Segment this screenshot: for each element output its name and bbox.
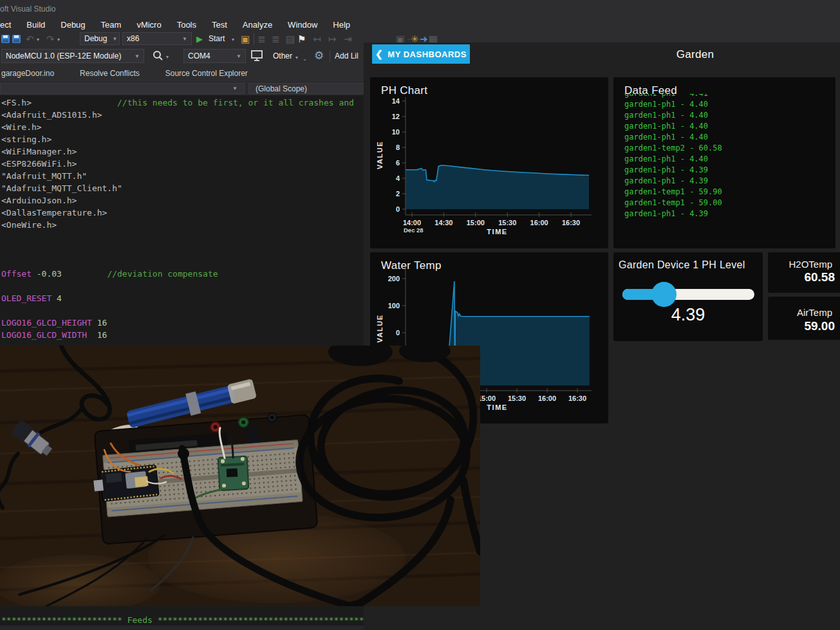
other-dropdown[interactable]: Other — [273, 51, 292, 60]
solution-config-dropdown[interactable]: Debug▼ — [80, 32, 120, 45]
gauge-label: AirTemp — [797, 307, 832, 318]
overflow-chevron-icon[interactable]: ⌄ — [303, 56, 307, 62]
nodemcu-board — [93, 465, 159, 502]
chevron-down-icon[interactable]: ▾ — [295, 55, 298, 60]
svg-text:200: 200 — [388, 275, 400, 283]
ph-slider-panel: Garden Device 1 PH Level 4.39 — [613, 252, 763, 341]
chevron-down-icon: ▼ — [232, 86, 238, 91]
svg-text:0: 0 — [396, 329, 400, 337]
svg-text:0: 0 — [396, 205, 400, 213]
attach-debugger-icon[interactable]: ▣ — [241, 33, 250, 46]
nav-forward-icon[interactable]: ↦ — [328, 33, 337, 46]
indent-increase-icon[interactable]: ≣ — [272, 33, 280, 46]
menu-item-build[interactable]: Build — [19, 20, 53, 30]
platform-dropdown[interactable]: x86▼ — [122, 32, 192, 45]
types-dropdown[interactable]: ▼ — [0, 83, 245, 94]
bookmark-icon[interactable]: ⚑ — [297, 33, 306, 46]
tab-resolve-conflicts[interactable]: Resolve Conflicts — [67, 69, 153, 78]
menu-item-help[interactable]: Help — [325, 20, 358, 30]
menu-item-analyze[interactable]: Analyze — [235, 20, 280, 30]
ph-slider-track[interactable] — [622, 289, 754, 300]
undo-dropdown-icon[interactable]: ▾ — [37, 37, 39, 42]
code-line: <Adafruit_ADS1015.h> — [1, 109, 354, 121]
menu-item-team[interactable]: Team — [93, 20, 129, 30]
code-line — [1, 255, 354, 268]
ph-chart: 0246810121414:0014:3015:0015:3016:0016:3… — [370, 77, 608, 248]
feed-row: garden1-ph1 - 4.40 — [624, 121, 830, 132]
svg-text:16:00: 16:00 — [530, 219, 548, 227]
start-debug-icon[interactable]: ▶ — [196, 33, 203, 46]
code-line — [1, 304, 354, 317]
code-line: Offset -0.03 //deviation compensate — [1, 268, 354, 280]
menu-item-tools[interactable]: Tools — [169, 20, 204, 30]
feed-row: garden1-temp1 - 59.00 — [624, 198, 830, 208]
nav-back-icon[interactable]: ↤ — [313, 33, 321, 46]
svg-text:4: 4 — [396, 174, 400, 182]
code-line: <OneWire.h> — [1, 219, 354, 231]
redo-icon[interactable]: ↷ — [46, 33, 55, 46]
document-tab-bar: garageDoor.ino Resolve Conflicts Source … — [0, 65, 261, 82]
feed-row: garden1-ph1 - 4.39 — [624, 208, 830, 219]
save-icon[interactable] — [1, 35, 10, 43]
start-button[interactable]: Start — [209, 34, 225, 43]
feed-row: garden1-ph1 - 4.40 — [624, 99, 830, 110]
svg-text:Dec 28: Dec 28 — [404, 227, 424, 234]
svg-text:16:30: 16:30 — [568, 394, 586, 402]
serial-monitor-icon[interactable] — [251, 50, 264, 62]
svg-text:16:30: 16:30 — [562, 219, 580, 227]
port-dropdown[interactable]: COM4▼ — [183, 49, 246, 63]
screen: { "colors": { "accent_cyan": "#1fa6e2", … — [0, 0, 840, 630]
menu-bar: ect Build Debug Team vMicro Tools Test A… — [0, 18, 358, 31]
menu-item-vmicro[interactable]: vMicro — [129, 20, 169, 30]
tab-garagedoor-ino[interactable]: garageDoor.ino — [0, 69, 67, 78]
code-line: LOGO16_GLCD_HEIGHT 16 — [1, 317, 354, 329]
chevron-left-icon: ❮ — [375, 49, 383, 59]
code-line: <DallasTemperature.h> — [1, 207, 354, 219]
svg-text:12: 12 — [392, 113, 400, 120]
svg-text:14:00: 14:00 — [403, 219, 421, 227]
feed-row: garden1-ph1 - 4.39 — [624, 176, 830, 187]
gear-icon[interactable]: ⚙ — [314, 50, 324, 62]
board-dropdown[interactable]: NodeMCU 1.0 (ESP-12E Module)▼ — [1, 49, 144, 63]
tab-source-control-explorer[interactable]: Source Control Explorer — [153, 69, 261, 78]
search-icon[interactable] — [152, 50, 163, 62]
code-line: <ArduinoJson.h> — [1, 194, 354, 207]
code-line: "Adafruit_MQTT.h" — [1, 170, 354, 182]
svg-text:TIME: TIME — [487, 403, 507, 411]
gauge-value: 59.00 — [804, 319, 835, 333]
code-line: OLED_RESET 4 — [1, 292, 354, 304]
feed-row: garden1-ph1 - 4.41 — [624, 94, 830, 99]
menu-item-project[interactable]: ect — [0, 20, 19, 30]
feed-row: garden1-temp1 - 59.90 — [624, 187, 830, 198]
svg-text:15:00: 15:00 — [478, 394, 496, 402]
comment-icon[interactable]: ▤ — [286, 33, 295, 46]
feed-row: garden1-ph1 - 4.40 — [624, 154, 830, 165]
undo-icon[interactable]: ↶ — [26, 33, 34, 46]
my-dashboards-button[interactable]: ❮ MY DASHBOARDS — [372, 44, 470, 64]
add-library-button[interactable]: Add Lil — [335, 51, 359, 60]
menu-item-window[interactable]: Window — [280, 20, 325, 30]
menu-item-test[interactable]: Test — [204, 20, 235, 30]
start-dropdown-icon[interactable]: ▾ — [232, 37, 234, 42]
ph-slider-value: 4.39 — [613, 305, 763, 325]
indent-decrease-icon[interactable]: ≣ — [257, 33, 266, 46]
air-temp-gauge-panel: AirTemp 59.00 — [768, 297, 840, 340]
search-dropdown-icon[interactable]: ▾ — [166, 54, 169, 60]
code-line: <FS.h> //this needs to be first, or it a… — [1, 97, 354, 109]
breadboard-photo — [0, 346, 480, 606]
adc-breakout-board — [218, 456, 249, 490]
h2o-temp-gauge-panel: H2OTemp 60.58 — [768, 252, 840, 293]
nav-last-icon[interactable]: ⇥ — [344, 33, 352, 46]
ph-slider-thumb[interactable] — [651, 282, 677, 307]
redo-dropdown-icon[interactable]: ▾ — [57, 37, 60, 42]
feed-list[interactable]: garden1-ph1 - 4.41garden1-ph1 - 4.40gard… — [624, 94, 830, 245]
svg-text:100: 100 — [388, 302, 400, 310]
svg-text:2: 2 — [396, 190, 400, 198]
chevron-down-icon: ▼ — [236, 53, 241, 59]
code-line: "Adafruit_MQTT_Client.h" — [1, 182, 354, 194]
menu-item-debug[interactable]: Debug — [53, 20, 93, 30]
code-line: <Wire.h> — [1, 121, 354, 133]
save-all-icon[interactable] — [12, 35, 21, 43]
svg-text:8: 8 — [396, 144, 400, 151]
svg-text:14: 14 — [392, 97, 400, 105]
